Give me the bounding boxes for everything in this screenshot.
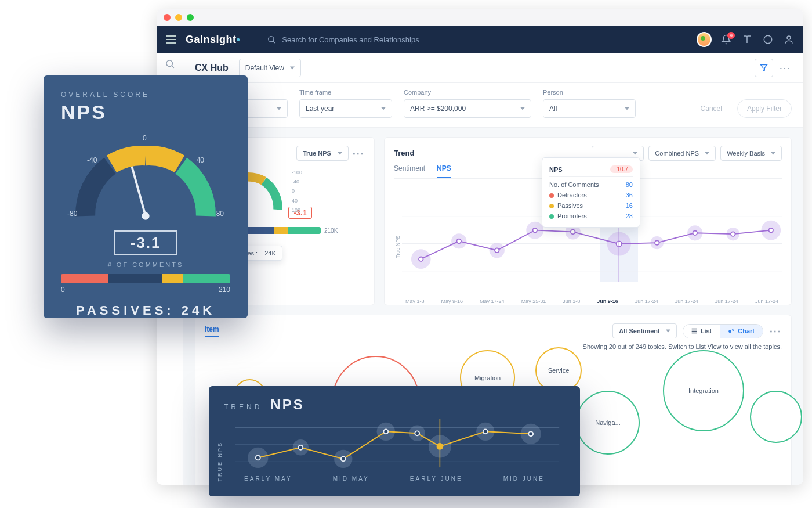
tab-item[interactable]: Item <box>205 325 219 337</box>
search-placeholder: Search for Companies and Relationships <box>282 35 419 44</box>
trend-card: Trend ⋯ Sentiment NPS Combined NPS Weekl… <box>384 137 792 305</box>
trend-title: Trend <box>394 149 414 157</box>
svg-point-28 <box>533 228 537 232</box>
bubble-unnamed-3[interactable] <box>750 391 802 443</box>
avatar[interactable] <box>697 32 712 47</box>
svg-point-50 <box>256 456 260 460</box>
overlay-score-label: OVERALL SCORE <box>61 91 230 99</box>
svg-point-31 <box>655 240 659 244</box>
overview-more-icon[interactable]: ⋯ <box>352 146 365 160</box>
overlay-trend-label: TREND <box>224 403 262 411</box>
overlay-score-value: -3.1 <box>114 230 177 255</box>
svg-point-56 <box>528 431 533 436</box>
svg-point-57 <box>437 443 444 450</box>
trend-ylabel: True NPS <box>394 189 402 304</box>
bell-icon[interactable]: 9 <box>721 34 731 45</box>
trend-tooltip: NPS -10.7 No. of Comments80 Detractors36… <box>542 157 640 228</box>
svg-point-27 <box>495 248 499 252</box>
svg-point-53 <box>383 429 388 434</box>
menu-icon[interactable] <box>166 35 176 44</box>
filter-label-person: Person <box>543 89 636 96</box>
overlay-trend-xaxis: EARLY MAY MID MAY EARLY JUNE MID JUNE <box>224 475 565 482</box>
view-select[interactable]: Default View <box>239 59 301 77</box>
brand-logo[interactable]: Gainsight• <box>186 34 240 46</box>
basis-select[interactable]: Weekly Basis <box>720 146 782 161</box>
search-icon <box>267 35 276 44</box>
svg-point-37 <box>142 212 149 220</box>
svg-point-3 <box>787 36 791 39</box>
overlay-comments-label: # OF COMMENTS <box>61 261 230 268</box>
svg-point-4 <box>166 60 173 67</box>
tab-sentiment[interactable]: Sentiment <box>394 164 425 178</box>
svg-point-34 <box>769 228 773 232</box>
overlay-score-card: OVERALL SCORE NPS -80 -40 0 40 80 -3.1 #… <box>44 75 248 318</box>
notif-badge: 9 <box>727 32 735 39</box>
svg-point-0 <box>269 37 274 42</box>
svg-line-1 <box>273 41 275 43</box>
svg-line-5 <box>172 66 173 67</box>
filter-icon[interactable] <box>755 59 773 77</box>
sentiment-select[interactable]: All Sentiment <box>612 323 676 338</box>
nav-icons: 9 <box>721 34 794 45</box>
bubble-integration[interactable]: Integration <box>663 350 744 431</box>
book-icon[interactable] <box>742 34 752 45</box>
topics-more-icon[interactable]: ⋯ <box>769 324 782 338</box>
overlay-passives: PASSIVES: 24K <box>61 303 230 318</box>
title-bar <box>157 9 803 26</box>
global-search[interactable]: Search for Companies and Relationships <box>249 35 687 44</box>
list-view-button[interactable]: ☰List <box>683 325 720 338</box>
cancel-button[interactable]: Cancel <box>691 99 731 118</box>
svg-point-26 <box>457 239 461 243</box>
showing-text: Showing 20 out of 249 topics. Switch to … <box>205 343 782 350</box>
company-select[interactable]: ARR >= $200,000 <box>404 99 531 118</box>
window-close-icon[interactable] <box>164 14 171 21</box>
svg-point-51 <box>298 445 303 450</box>
svg-point-52 <box>341 456 346 461</box>
bubble-naviga[interactable]: Naviga... <box>576 391 640 455</box>
brand-text: Gainsight <box>186 34 237 46</box>
tab-nps[interactable]: NPS <box>437 164 451 178</box>
overlay-gauge: -80 -40 0 40 80 <box>61 128 230 227</box>
chart-view-button[interactable]: ●°Chart <box>720 325 763 338</box>
page-header: CX Hub Default View ⋯ <box>183 53 803 83</box>
overlay-trend-chart <box>224 413 565 471</box>
svg-line-36 <box>132 167 146 216</box>
top-nav: Gainsight• Search for Companies and Rela… <box>157 26 803 53</box>
more-icon[interactable]: ⋯ <box>779 61 792 75</box>
svg-point-29 <box>571 230 575 234</box>
filter-label-timeframe: Time frame <box>299 89 392 96</box>
combined-nps-select[interactable]: Combined NPS <box>648 146 716 161</box>
overlay-trend-title: NPS <box>270 397 304 413</box>
svg-point-54 <box>415 431 419 435</box>
person-select[interactable]: All <box>543 99 636 118</box>
page-title: CX Hub <box>195 63 229 73</box>
view-toggle: ☰List ●°Chart <box>683 324 763 338</box>
apply-filter-button[interactable]: Apply Filter <box>737 99 792 118</box>
overlay-comments-bar <box>61 274 230 283</box>
timeframe-select[interactable]: Last year <box>299 99 392 118</box>
trend-xaxis: May 1-8May 9-16May 17-24May 25-31Jun 1-8… <box>402 298 782 304</box>
profile-icon[interactable] <box>784 34 794 45</box>
overlay-trend-card: TREND NPS TRUE NPS EARLY MAY MID MAY EAR… <box>209 386 580 496</box>
svg-point-32 <box>693 231 697 235</box>
window-min-icon[interactable] <box>175 14 182 21</box>
overview-metric-select[interactable]: True NPS <box>296 146 349 161</box>
rail-search-icon[interactable] <box>165 59 175 69</box>
overlay-trend-ylabel: TRUE NPS <box>217 441 223 482</box>
overlay-score-title: NPS <box>61 101 230 124</box>
brand-accent: • <box>237 34 241 46</box>
svg-point-33 <box>731 232 735 236</box>
help-icon[interactable] <box>763 34 773 45</box>
filter-label-company: Company <box>404 89 531 96</box>
window-max-icon[interactable] <box>187 14 194 21</box>
svg-point-25 <box>419 257 423 261</box>
filter-bar: Source Time frame Last year Company ARR … <box>183 83 803 128</box>
svg-point-55 <box>483 429 488 434</box>
svg-point-2 <box>764 35 772 44</box>
